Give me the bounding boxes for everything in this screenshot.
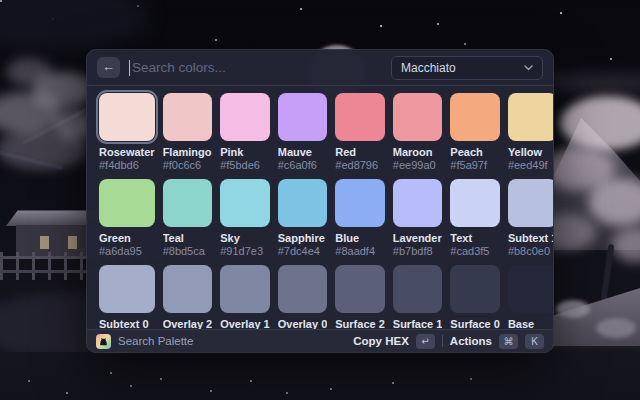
swatch-cell-peach[interactable]: Peach#f5a97f — [450, 93, 500, 179]
wallpaper-rock — [556, 300, 590, 318]
wallpaper-treetop-left — [0, 0, 150, 52]
actions-menu-button[interactable]: Actions — [450, 335, 492, 347]
swatch-hex: #a6da95 — [99, 245, 155, 258]
swatch-hex: #f0c6c6 — [163, 159, 213, 172]
swatch-grid-scroll[interactable]: Rosewater#f4dbd6Flamingo#f0c6c6Pink#f5bd… — [87, 86, 553, 329]
palette-dropdown[interactable]: Macchiato — [391, 56, 543, 80]
swatch-cell-yellow[interactable]: Yellow#eed49f — [508, 93, 553, 179]
chevron-down-icon — [524, 65, 533, 71]
back-arrow-icon: ← — [102, 59, 115, 74]
swatch-cell-overlay-0[interactable]: Overlay 0 — [278, 265, 328, 329]
swatch-cell-rosewater[interactable]: Rosewater#f4dbd6 — [99, 93, 155, 179]
swatch-hex: #cad3f5 — [450, 245, 500, 258]
swatch-name: Blue — [335, 232, 385, 245]
swatch-cell-surface-0[interactable]: Surface 0 — [450, 265, 500, 329]
search-topbar: ← Search colors... Macchiato — [87, 50, 553, 86]
swatch-name: Sapphire — [278, 232, 328, 245]
wallpaper-cloud — [540, 76, 640, 90]
swatch-name: Surface 1 — [393, 318, 443, 329]
swatch-color — [278, 179, 328, 227]
back-button[interactable]: ← — [97, 57, 120, 78]
swatch-cell-flamingo[interactable]: Flamingo#f0c6c6 — [163, 93, 213, 179]
swatch-hex: #eed49f — [508, 159, 553, 172]
swatch-cell-teal[interactable]: Teal#8bd5ca — [163, 179, 213, 265]
search-placeholder: Search colors... — [132, 60, 226, 75]
swatch-color — [163, 93, 213, 141]
swatch-cell-overlay-2[interactable]: Overlay 2 — [163, 265, 213, 329]
swatch-hex: #8aadf4 — [335, 245, 385, 258]
extension-name: Search Palette — [118, 335, 193, 347]
swatch-name: Maroon — [393, 146, 443, 159]
swatch-cell-overlay-1[interactable]: Overlay 1 — [220, 265, 270, 329]
swatch-cell-base[interactable]: Base — [508, 265, 553, 329]
swatch-name: Pink — [220, 146, 270, 159]
wallpaper-flowers — [0, 0, 2, 2]
copy-hex-action[interactable]: Copy HEX — [353, 335, 409, 347]
swatch-name: Surface 0 — [450, 318, 500, 329]
return-key-icon[interactable]: ↵ — [416, 334, 435, 349]
swatch-name: Mauve — [278, 146, 328, 159]
swatch-cell-pink[interactable]: Pink#f5bde6 — [220, 93, 270, 179]
swatch-hex: #c6a0f6 — [278, 159, 328, 172]
swatch-name: Overlay 2 — [163, 318, 213, 329]
swatch-name: Green — [99, 232, 155, 245]
action-bar: Search Palette Copy HEX ↵ Actions ⌘ K — [87, 329, 553, 352]
swatch-cell-surface-2[interactable]: Surface 2 — [335, 265, 385, 329]
text-caret — [129, 60, 130, 76]
swatch-name: Overlay 1 — [220, 318, 270, 329]
swatch-color — [508, 265, 553, 313]
swatch-hex: #f4dbd6 — [99, 159, 155, 172]
swatch-name: Rosewater — [99, 146, 155, 159]
swatch-cell-subtext-0[interactable]: Subtext 0 — [99, 265, 155, 329]
swatch-hex: #f5a97f — [450, 159, 500, 172]
swatch-name: Red — [335, 146, 385, 159]
swatch-cell-mauve[interactable]: Mauve#c6a0f6 — [278, 93, 328, 179]
wallpaper-rock — [596, 318, 636, 338]
swatch-color — [220, 179, 270, 227]
k-key-icon[interactable]: K — [525, 334, 544, 349]
swatch-color — [99, 93, 155, 141]
swatch-cell-maroon[interactable]: Maroon#ee99a0 — [393, 93, 443, 179]
swatch-cell-green[interactable]: Green#a6da95 — [99, 179, 155, 265]
swatch-cell-sapphire[interactable]: Sapphire#7dc4e4 — [278, 179, 328, 265]
swatch-name: Lavender — [393, 232, 443, 245]
swatch-hex: #8bd5ca — [163, 245, 213, 258]
swatch-name: Teal — [163, 232, 213, 245]
swatch-color — [278, 265, 328, 313]
swatch-cell-surface-1[interactable]: Surface 1 — [393, 265, 443, 329]
command-key-icon[interactable]: ⌘ — [499, 334, 518, 349]
swatch-hex: #ee99a0 — [393, 159, 443, 172]
swatch-cell-red[interactable]: Red#ed8796 — [335, 93, 385, 179]
swatch-name: Peach — [450, 146, 500, 159]
swatch-color — [335, 93, 385, 141]
swatch-hex: #91d7e3 — [220, 245, 270, 258]
swatch-color — [163, 265, 213, 313]
swatch-cell-lavender[interactable]: Lavender#b7bdf8 — [393, 179, 443, 265]
footer-divider — [442, 335, 443, 347]
swatch-color — [163, 179, 213, 227]
swatch-color — [393, 265, 443, 313]
swatch-color — [393, 179, 443, 227]
swatch-cell-text[interactable]: Text#cad3f5 — [450, 179, 500, 265]
swatch-cell-blue[interactable]: Blue#8aadf4 — [335, 179, 385, 265]
swatch-name: Flamingo — [163, 146, 213, 159]
swatch-color — [450, 265, 500, 313]
swatch-color — [450, 179, 500, 227]
screen: ← Search colors... Macchiato Rosewater#f… — [0, 0, 640, 400]
swatch-hex: #7dc4e4 — [278, 245, 328, 258]
swatch-name: Overlay 0 — [278, 318, 328, 329]
wallpaper-ground — [0, 352, 640, 400]
swatch-color — [220, 265, 270, 313]
palette-dropdown-value: Macchiato — [401, 61, 518, 75]
swatch-cell-subtext-1[interactable]: Subtext 1#b8c0e0 — [508, 179, 553, 265]
color-search-dialog: ← Search colors... Macchiato Rosewater#f… — [86, 49, 554, 353]
swatch-color — [508, 179, 553, 227]
search-input[interactable]: Search colors... — [129, 50, 382, 85]
swatch-cell-sky[interactable]: Sky#91d7e3 — [220, 179, 270, 265]
wallpaper-house-window — [68, 236, 77, 249]
swatch-hex: #ed8796 — [335, 159, 385, 172]
swatch-color — [393, 93, 443, 141]
swatch-color — [335, 265, 385, 313]
swatch-color — [335, 179, 385, 227]
swatch-color — [278, 93, 328, 141]
